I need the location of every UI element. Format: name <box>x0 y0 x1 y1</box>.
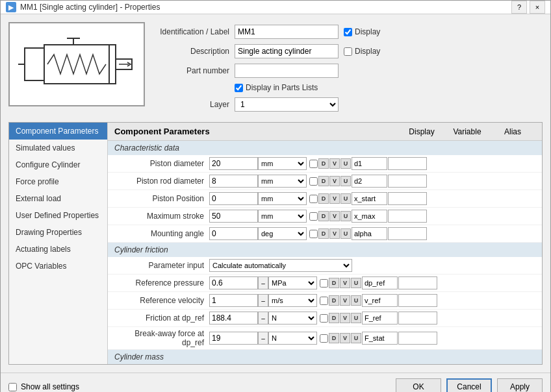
param-unit-piston-position[interactable]: mm <box>258 192 307 205</box>
param-v-btn-rod[interactable]: V <box>329 176 340 186</box>
param-var-piston-diameter[interactable] <box>352 157 387 170</box>
param-check-friction-dp-ref[interactable] <box>320 314 328 323</box>
param-unit-ref-velocity[interactable]: m/s <box>268 294 317 307</box>
param-var-piston-position[interactable] <box>352 192 387 205</box>
param-var-mounting-angle[interactable] <box>352 227 387 240</box>
param-minus-friction-dp-ref[interactable]: – <box>258 312 268 325</box>
param-input-piston-rod-diameter[interactable] <box>209 175 258 188</box>
param-unit-ref-pressure[interactable]: MPa <box>268 276 317 289</box>
param-check-piston-position[interactable] <box>309 195 318 203</box>
sidebar-item-opc-variables[interactable]: OPC Variables <box>9 258 107 275</box>
help-button[interactable]: ? <box>511 1 527 14</box>
param-check-breakaway-force[interactable] <box>320 334 328 343</box>
param-alias-ref-velocity[interactable] <box>398 294 437 307</box>
param-input-piston-position[interactable] <box>209 192 258 205</box>
ok-button[interactable]: OK <box>396 378 441 392</box>
param-u-btn-friction[interactable]: U <box>351 313 361 323</box>
param-u-btn-ref-velocity[interactable]: U <box>351 295 361 306</box>
param-d-btn-rod[interactable]: D <box>318 176 329 186</box>
param-d-btn-angle[interactable]: D <box>318 228 329 239</box>
param-u-btn-stroke[interactable]: U <box>340 211 351 221</box>
param-input-friction-dp-ref[interactable] <box>209 312 258 325</box>
param-u-btn-angle[interactable]: U <box>340 228 351 239</box>
param-input-max-stroke[interactable] <box>209 210 258 223</box>
param-minus-ref-velocity[interactable]: – <box>258 294 268 307</box>
param-check-piston-diameter[interactable] <box>309 160 318 168</box>
param-v-btn-ref-velocity[interactable]: V <box>340 295 350 306</box>
display-checkbox2[interactable] <box>344 47 352 56</box>
param-check-mounting-angle[interactable] <box>309 230 318 238</box>
param-v-btn-position[interactable]: V <box>329 193 340 204</box>
show-all-checkbox[interactable] <box>8 383 17 391</box>
param-u-btn-position[interactable]: U <box>340 193 351 204</box>
param-u-btn-rod[interactable]: U <box>340 176 351 186</box>
param-minus-breakaway-force[interactable]: – <box>258 332 268 345</box>
param-v-btn-friction[interactable]: V <box>340 313 350 323</box>
param-var-friction-dp-ref[interactable] <box>362 312 398 325</box>
param-d-btn-piston-diameter[interactable]: D <box>318 158 329 169</box>
param-d-btn-breakaway[interactable]: D <box>329 333 339 343</box>
param-unit-friction-dp-ref[interactable]: N <box>268 312 317 325</box>
part-input[interactable] <box>235 64 339 78</box>
param-v-btn-angle[interactable]: V <box>329 228 340 239</box>
param-alias-max-stroke[interactable] <box>388 210 427 223</box>
param-var-piston-rod-diameter[interactable] <box>352 175 387 188</box>
param-input-breakaway-force[interactable] <box>209 332 258 345</box>
param-d-btn-position[interactable]: D <box>318 193 329 204</box>
parts-list-check: Display in Parts Lists <box>235 83 318 92</box>
param-alias-friction-dp-ref[interactable] <box>398 312 437 325</box>
display-checkbox1[interactable] <box>344 28 352 36</box>
param-check-ref-velocity[interactable] <box>320 297 328 305</box>
param-alias-piston-diameter[interactable] <box>388 157 427 170</box>
sidebar-item-component-parameters[interactable]: Component Parameters <box>9 123 107 140</box>
param-unit-piston-diameter[interactable]: mm <box>258 157 307 170</box>
sidebar-item-external-load[interactable]: External load <box>9 190 107 207</box>
desc-input[interactable] <box>235 44 339 58</box>
param-check-ref-pressure[interactable] <box>320 279 328 288</box>
sidebar-item-configure-cylinder[interactable]: Configure Cylinder <box>9 156 107 173</box>
param-var-ref-pressure[interactable] <box>362 276 398 289</box>
param-v-btn-ref-pressure[interactable]: V <box>340 278 350 288</box>
param-check-piston-rod-diameter[interactable] <box>309 177 318 186</box>
param-input-ref-pressure[interactable] <box>209 276 258 289</box>
param-alias-ref-pressure[interactable] <box>398 276 437 289</box>
sidebar-item-actuating-labels[interactable]: Actuating labels <box>9 241 107 258</box>
param-u-btn-ref-pressure[interactable]: U <box>351 278 361 288</box>
param-input-ref-velocity[interactable] <box>209 294 258 307</box>
param-d-btn-ref-pressure[interactable]: D <box>329 278 339 288</box>
param-v-btn-breakaway[interactable]: V <box>340 333 350 343</box>
param-check-max-stroke[interactable] <box>309 212 318 221</box>
param-alias-piston-position[interactable] <box>388 192 427 205</box>
param-unit-breakaway-force[interactable]: N <box>268 332 317 345</box>
param-v-btn-stroke[interactable]: V <box>329 211 340 221</box>
param-input-mounting-angle[interactable] <box>209 227 258 240</box>
param-unit-piston-rod-diameter[interactable]: mm <box>258 175 307 188</box>
sidebar-item-simulated-values[interactable]: Simulated values <box>9 140 107 156</box>
param-u-btn-piston-diameter[interactable]: U <box>340 158 351 169</box>
close-button[interactable]: × <box>530 1 545 14</box>
sidebar-item-user-defined[interactable]: User Defined Properties <box>9 207 107 224</box>
sidebar-item-drawing-properties[interactable]: Drawing Properties <box>9 224 107 241</box>
apply-button[interactable]: Apply <box>497 378 543 392</box>
param-d-btn-friction[interactable]: D <box>329 313 339 323</box>
param-unit-mounting-angle[interactable]: deg <box>258 227 307 240</box>
param-u-btn-breakaway[interactable]: U <box>351 333 361 343</box>
param-d-btn-stroke[interactable]: D <box>318 211 329 221</box>
param-var-breakaway-force[interactable] <box>362 332 398 345</box>
param-d-btn-ref-velocity[interactable]: D <box>329 295 339 306</box>
layer-select[interactable]: 1 <box>235 97 339 112</box>
parts-list-checkbox[interactable] <box>235 84 243 92</box>
param-alias-breakaway-force[interactable] <box>398 332 437 345</box>
param-alias-mounting-angle[interactable] <box>388 227 427 240</box>
param-var-max-stroke[interactable] <box>352 210 387 223</box>
param-var-ref-velocity[interactable] <box>362 294 398 307</box>
param-select-parameter-input[interactable]: Calculate automatically <box>209 259 352 272</box>
param-v-btn-piston-diameter[interactable]: V <box>329 158 340 169</box>
cancel-button[interactable]: Cancel <box>446 378 492 392</box>
param-alias-piston-rod-diameter[interactable] <box>388 175 427 188</box>
sidebar-item-force-profile[interactable]: Force profile <box>9 173 107 190</box>
param-input-piston-diameter[interactable] <box>209 157 258 170</box>
param-unit-max-stroke[interactable]: mm <box>258 210 307 223</box>
id-input[interactable] <box>235 25 339 39</box>
param-minus-ref-pressure[interactable]: – <box>258 276 268 289</box>
